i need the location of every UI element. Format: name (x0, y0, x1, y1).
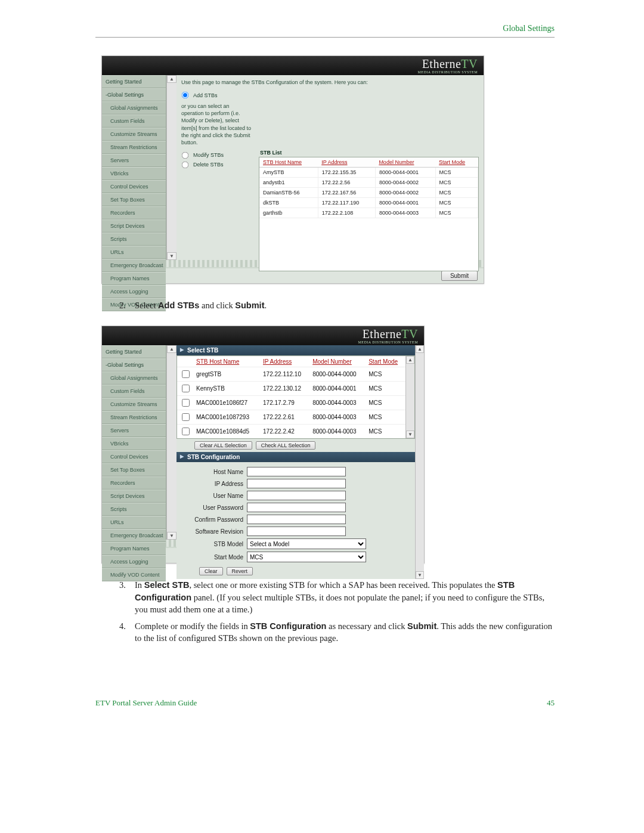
row-checkbox[interactable] (182, 428, 190, 435)
column-header[interactable]: Start Mode (435, 157, 478, 168)
sidebar-item[interactable]: Recorders (102, 206, 166, 219)
row-checkbox[interactable] (182, 399, 190, 407)
step-2: 2. Select Add STBs and click Submit. (119, 299, 555, 311)
sidebar-item[interactable]: Getting Started (102, 75, 166, 88)
sidebar-item[interactable]: VBricks (102, 167, 166, 180)
scroll-up-icon[interactable]: ▲ (406, 356, 414, 364)
sidebar-item[interactable]: Stream Restrictions (102, 141, 166, 154)
radio-delete-input[interactable] (182, 162, 189, 169)
sidebar-item[interactable]: Customize Streams (102, 398, 166, 411)
sidebar-item[interactable]: Control Devices (102, 450, 166, 463)
sidebar-item[interactable]: -Global Settings (102, 88, 166, 101)
sidebar-item[interactable]: Custom Fields (102, 385, 166, 398)
scroll-up-icon[interactable]: ▲ (167, 75, 177, 83)
revert-button[interactable]: Revert (227, 567, 253, 575)
sidebar-item[interactable]: URLs (102, 516, 166, 529)
brand-logo-2: EtherneTV (363, 327, 418, 341)
instruction-text-2: or you can select an operation to perfor… (181, 103, 253, 146)
input-confirm-password[interactable] (247, 515, 346, 524)
column-header[interactable]: IP Address (261, 357, 310, 367)
column-header[interactable]: Model Number (375, 157, 435, 168)
sidebar-item[interactable]: Set Top Boxes (102, 463, 166, 476)
sidebar-item[interactable]: Access Logging (102, 555, 166, 568)
sidebar-item[interactable]: -Global Settings (102, 358, 166, 371)
select-start-mode[interactable]: MCS (247, 552, 366, 562)
sidebar-item[interactable]: Scripts (102, 503, 166, 516)
table-row[interactable]: MAC0001e10884d5172.22.2.428000-0044-0003… (177, 425, 405, 439)
table-row[interactable]: dkSTB172.22.117.1908000-0044-0001MCS (259, 197, 478, 208)
table-row[interactable]: AmySTB172.22.155.358000-0044-0001MCS (259, 167, 478, 177)
sidebar-item[interactable]: Script Devices (102, 219, 166, 233)
radio-add-input[interactable] (182, 92, 189, 99)
sidebar-item[interactable]: Customize Streams (102, 128, 166, 141)
sidebar: Getting Started-Global SettingsGlobal As… (102, 75, 166, 260)
main-pane-2: Select STB STB Host NameIP AddressModel … (177, 345, 424, 540)
check-all-button[interactable]: Check ALL Selection (256, 441, 316, 450)
sidebar-item[interactable]: Stream Restrictions (102, 411, 166, 424)
column-header[interactable]: IP Address (318, 157, 375, 168)
sidebar-item[interactable]: Getting Started (102, 345, 166, 358)
sidebar-item[interactable]: Program Names (102, 542, 166, 555)
sidebar-item[interactable]: Servers (102, 154, 166, 167)
row-checkbox[interactable] (182, 385, 190, 392)
select-stb-header[interactable]: Select STB (177, 345, 415, 355)
input-ip-address[interactable] (247, 479, 346, 488)
scroll-up-icon[interactable]: ▲ (167, 345, 177, 353)
row-checkbox[interactable] (182, 370, 190, 378)
sidebar-item[interactable]: Emergency Broadcast (102, 259, 166, 272)
sidebar-item[interactable]: URLs (102, 246, 166, 259)
table-row[interactable]: garthstb172.22.2.1088000-0044-0003MCS (259, 208, 478, 218)
sidebar-scrollbar[interactable]: ▲ ▼ (166, 75, 177, 260)
sidebar-item[interactable]: Scripts (102, 233, 166, 246)
input-software-revision[interactable] (247, 527, 346, 536)
column-header[interactable]: STB Host Name (194, 357, 261, 367)
radio-modify-stbs[interactable]: Modify STBs (181, 151, 253, 159)
sidebar-item[interactable]: Script Devices (102, 490, 166, 503)
column-header[interactable]: Model Number (310, 357, 366, 367)
sidebar-item[interactable]: Custom Fields (102, 114, 166, 128)
table-row[interactable]: KennySTB172.22.130.128000-0044-0001MCS (177, 382, 405, 396)
brand-subtitle: MEDIA DISTRIBUTION SYSTEM (417, 70, 478, 74)
scroll-down-icon[interactable]: ▼ (416, 571, 424, 579)
column-header[interactable]: STB Host Name (259, 157, 318, 168)
table-row[interactable]: MAC0001e1087293172.22.2.618000-0044-0003… (177, 410, 405, 425)
clear-all-button[interactable]: Clear ALL Selection (194, 441, 252, 450)
page-header: Global Settings (95, 24, 555, 38)
input-user-name[interactable] (247, 491, 346, 500)
radio-delete-stbs[interactable]: Delete STBs (181, 161, 253, 169)
sidebar-item[interactable]: Emergency Broadcast (102, 529, 166, 542)
select-stb-model[interactable]: Select a Model (247, 538, 366, 549)
sidebar-item[interactable]: Access Logging (102, 285, 166, 298)
scroll-down-icon[interactable]: ▼ (406, 431, 414, 438)
sidebar-item[interactable]: Recorders (102, 476, 166, 490)
input-host-name[interactable] (247, 467, 346, 476)
table-row[interactable]: DamianSTB-56172.22.167.568000-0044-0002M… (259, 187, 478, 197)
scroll-down-icon[interactable]: ▼ (167, 532, 177, 540)
input-user-password[interactable] (247, 503, 346, 512)
row-checkbox[interactable] (182, 413, 190, 421)
sidebar-item[interactable]: Program Names (102, 272, 166, 285)
sidebar-item[interactable]: VBricks (102, 437, 166, 450)
radio-add-stbs[interactable]: Add STBs (181, 91, 253, 99)
sidebar-scrollbar-2[interactable]: ▲ ▼ (166, 345, 177, 540)
clear-button[interactable]: Clear (199, 567, 223, 575)
footer-guide-title: ETV Portal Server Admin Guide (95, 698, 197, 708)
scroll-up-icon[interactable]: ▲ (416, 345, 424, 353)
table-row[interactable]: MAC0001e1086f27172.17.2.798000-0044-0003… (177, 396, 405, 410)
table-row[interactable]: andystb1172.22.2.568000-0044-0002MCS (259, 177, 478, 187)
column-header[interactable]: Start Mode (366, 357, 405, 367)
scroll-down-icon[interactable]: ▼ (167, 252, 177, 260)
list-scrollbar[interactable]: ▲ ▼ (405, 356, 414, 438)
field-ip-address: IP Address (181, 479, 410, 488)
sidebar-item[interactable]: Global Assignments (102, 371, 166, 385)
stb-config-header[interactable]: STB Configuration (177, 452, 415, 462)
sidebar-item[interactable]: Set Top Boxes (102, 193, 166, 206)
step-3: 3. In Select STB, select one or more exi… (119, 579, 555, 615)
submit-button[interactable]: Submit (441, 271, 478, 281)
sidebar-item[interactable]: Servers (102, 424, 166, 437)
table-row[interactable]: gregtSTB172.22.112.108000-0044-0000MCS (177, 367, 405, 382)
radio-modify-input[interactable] (182, 152, 189, 159)
main-scrollbar[interactable]: ▲ ▼ (415, 345, 424, 579)
sidebar-item[interactable]: Global Assignments (102, 101, 166, 114)
sidebar-item[interactable]: Control Devices (102, 180, 166, 193)
